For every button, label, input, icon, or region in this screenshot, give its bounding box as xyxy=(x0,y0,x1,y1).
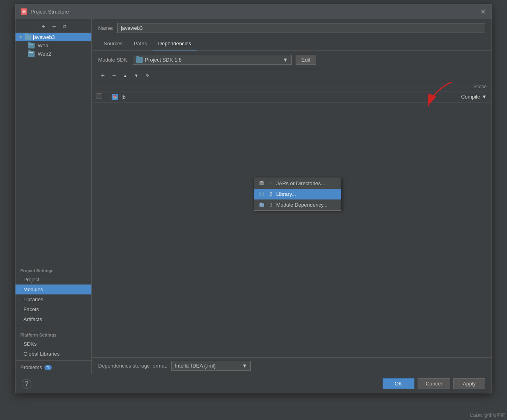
dialog-title: Project Structure xyxy=(31,9,69,15)
dropdown-item-module-dep[interactable]: 3 Module Dependency... xyxy=(254,199,341,210)
sidebar-item-project[interactable]: Project xyxy=(15,275,91,285)
jars-icon xyxy=(259,181,266,186)
copy-module-button[interactable]: ⧉ xyxy=(60,22,69,31)
sdk-label: Module SDK: xyxy=(98,57,129,63)
row-label-cell: 📚 lib xyxy=(107,91,444,103)
sdk-value: Project SDK 1.8 xyxy=(145,57,182,63)
project-structure-dialog: P Project Structure ✕ ← → + − ⧉ ▼ xyxy=(15,4,492,393)
remove-module-button[interactable]: − xyxy=(50,22,58,31)
project-settings-header: Project Settings xyxy=(15,265,91,275)
add-dependency-dropdown: 1 JARs or Directories... xyxy=(254,178,341,211)
lib-icon: 📚 xyxy=(112,94,118,100)
tree-item-web2[interactable]: Web2 xyxy=(15,50,91,58)
jars-label: JARs or Directories... xyxy=(276,180,325,186)
name-row: Name: xyxy=(92,19,492,37)
ok-button[interactable]: OK xyxy=(383,378,414,389)
svg-rect-8 xyxy=(263,192,264,196)
tab-sources[interactable]: Sources xyxy=(98,37,128,50)
watermark: CSDN @元所不同 xyxy=(470,412,505,418)
tree-item-javaweb3[interactable]: ▼ javaweb3 xyxy=(15,33,91,41)
tab-paths[interactable]: Paths xyxy=(128,37,153,50)
tree-label-web2: Web2 xyxy=(38,51,51,57)
name-input[interactable] xyxy=(117,23,485,33)
cancel-button[interactable]: Cancel xyxy=(418,378,450,389)
storage-select[interactable]: IntelliJ IDEA (.iml) ▼ xyxy=(171,361,251,371)
row-checkbox[interactable] xyxy=(97,93,102,99)
svg-text:P: P xyxy=(23,10,25,14)
add-dependency-button[interactable]: + xyxy=(98,71,108,80)
tab-dependencies[interactable]: Dependencies xyxy=(153,37,197,50)
deps-table-container: Scope 📚 xyxy=(92,82,492,357)
deps-table: Scope 📚 xyxy=(92,82,492,103)
main-content: Name: Sources Paths Dependencies Mo xyxy=(92,19,492,374)
svg-rect-9 xyxy=(259,203,264,207)
nav-toolbar: ← → + − ⧉ xyxy=(15,21,91,33)
platform-settings-section: Platform Settings SDKs Global Libraries xyxy=(15,326,91,360)
project-settings-section: Project Settings Project Modules Librari… xyxy=(15,261,91,326)
module-dep-label: Module Dependency... xyxy=(276,202,327,208)
storage-arrow: ▼ xyxy=(242,363,247,369)
edit-dependency-button[interactable]: ✎ xyxy=(143,71,152,80)
sdk-select[interactable]: Project SDK 1.8 ▼ xyxy=(133,55,292,65)
add-module-button[interactable]: + xyxy=(39,22,48,31)
module-dep-num: 3 xyxy=(269,202,272,208)
svg-rect-3 xyxy=(259,182,264,185)
compile-dropdown[interactable]: Compile ▼ xyxy=(449,94,487,100)
col-scope: Scope xyxy=(444,82,492,91)
forward-button[interactable]: → xyxy=(29,22,38,31)
svg-rect-4 xyxy=(260,181,263,182)
row-scope-cell: Compile ▼ xyxy=(444,91,492,103)
back-button[interactable]: ← xyxy=(19,22,27,31)
title-bar: P Project Structure ✕ xyxy=(15,4,492,19)
dropdown-item-library[interactable]: 2 Library... xyxy=(254,189,341,199)
tree-label-web: Web xyxy=(38,43,48,48)
sidebar-item-sdks[interactable]: SDKs xyxy=(15,339,91,349)
svg-rect-6 xyxy=(259,192,261,196)
sdk-edit-button[interactable]: Edit xyxy=(296,55,316,65)
storage-label: Dependencies storage format: xyxy=(98,363,167,369)
bottom-bar: Dependencies storage format: IntelliJ ID… xyxy=(92,357,492,374)
jars-num: 1 xyxy=(269,180,272,186)
problems-label: Problems xyxy=(20,364,42,370)
problems-badge: 1 xyxy=(45,365,52,370)
dialog-footer: ? OK Cancel Apply xyxy=(15,374,492,393)
move-up-button[interactable]: ▲ xyxy=(120,71,130,80)
sidebar-item-problems[interactable]: Problems 1 xyxy=(15,362,91,372)
tree-item-web[interactable]: Web xyxy=(15,41,91,50)
sidebar-item-modules[interactable]: Modules xyxy=(15,285,91,294)
sidebar-item-global-libraries[interactable]: Global Libraries xyxy=(15,349,91,359)
col-name xyxy=(107,82,444,91)
help-button[interactable]: ? xyxy=(22,379,31,389)
svg-rect-10 xyxy=(260,203,262,204)
svg-rect-7 xyxy=(261,192,262,196)
sidebar-item-libraries[interactable]: Libraries xyxy=(15,294,91,304)
close-button[interactable]: ✕ xyxy=(479,8,487,15)
module-tree: ▼ javaweb3 Web xyxy=(15,33,91,261)
dropdown-item-jars[interactable]: 1 JARs or Directories... xyxy=(254,178,341,189)
row-checkbox-cell xyxy=(92,91,107,103)
remove-dependency-button[interactable]: − xyxy=(109,71,119,80)
move-down-button[interactable]: ▼ xyxy=(132,71,141,80)
deps-toolbar: + − ▲ ▼ ✎ xyxy=(92,69,492,82)
content-area: ← → + − ⧉ ▼ javaweb3 xyxy=(15,19,492,374)
sidebar: ← → + − ⧉ ▼ javaweb3 xyxy=(15,19,92,374)
storage-value: IntelliJ IDEA (.iml) xyxy=(175,363,216,369)
sidebar-item-facets[interactable]: Facets xyxy=(15,304,91,314)
web2-icon xyxy=(28,51,35,57)
library-label: Library... xyxy=(276,191,296,197)
dependencies-content: Module SDK: Project SDK 1.8 ▼ Edit + xyxy=(92,51,492,374)
col-check xyxy=(92,82,107,91)
sidebar-bottom: Problems 1 xyxy=(15,360,91,374)
library-icon xyxy=(259,192,266,197)
module-dep-icon xyxy=(259,202,266,208)
sdk-row: Module SDK: Project SDK 1.8 ▼ Edit xyxy=(92,51,492,69)
web-icon xyxy=(28,43,35,48)
library-num: 2 xyxy=(269,191,272,197)
apply-button[interactable]: Apply xyxy=(453,378,485,389)
scope-value: Compile xyxy=(461,94,480,100)
sdk-folder-icon xyxy=(136,57,143,63)
platform-settings-header: Platform Settings xyxy=(15,329,91,339)
sdk-dropdown-arrow: ▼ xyxy=(283,57,288,63)
app-icon: P xyxy=(20,8,27,15)
sidebar-item-artifacts[interactable]: Artifacts xyxy=(15,314,91,324)
